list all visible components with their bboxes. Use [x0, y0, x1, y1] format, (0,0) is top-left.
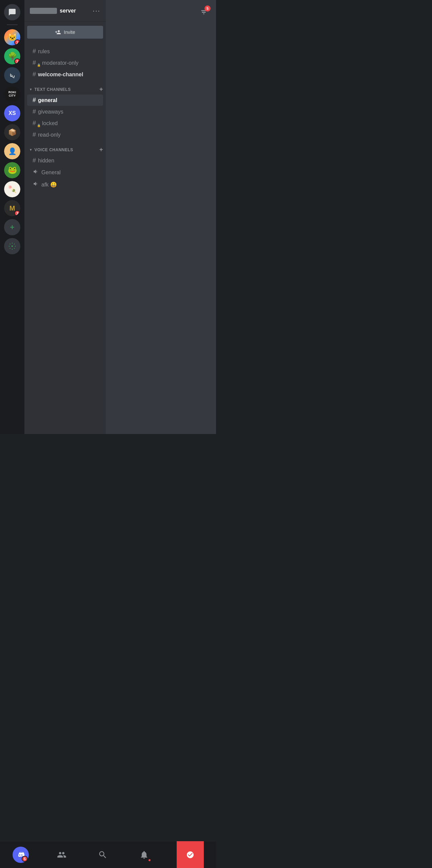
text-channels-label: TEXT CHANNELS [35, 87, 71, 92]
channel-giveaways[interactable]: # giveaways [27, 106, 103, 117]
channel-general[interactable]: # general [27, 95, 103, 106]
text-channels-section[interactable]: ▾ TEXT CHANNELS + [24, 80, 106, 94]
notification-badge[interactable]: 5 [197, 5, 211, 19]
invite-button-label: Invite [64, 29, 75, 35]
right-panel: 5 [106, 0, 216, 434]
channel-name-locked: locked [42, 120, 58, 126]
hash-icon-welcome: # [33, 71, 36, 78]
add-voice-channel-button[interactable]: + [99, 146, 103, 153]
channel-general-voice[interactable]: General [27, 166, 103, 178]
channel-name-welcome: welcome-channel [38, 72, 83, 78]
channel-name-general-voice: General [41, 170, 61, 176]
server-badge-2: 1 [14, 58, 20, 64]
notification-count: 5 [204, 5, 211, 12]
voice-icon-afk [33, 181, 39, 189]
channel-afk[interactable]: afk 😀 [27, 179, 103, 191]
channel-name-rules: rules [38, 48, 50, 55]
server-icon-roki[interactable]: ROKICITY [4, 86, 20, 102]
hash-icon-hidden: # [33, 157, 36, 164]
server-icon-swirl[interactable]: 🍡 [4, 181, 20, 197]
server-header[interactable]: server ··· [24, 0, 106, 22]
lock-icon-locked: 🔒 [37, 124, 41, 127]
channel-locked[interactable]: # 🔒 locked [27, 118, 103, 129]
section-chevron-text: ▾ [30, 87, 32, 91]
server-list: 🐱 1 🌳 1 رِيتا ROKICITY XS [0, 0, 24, 434]
channel-name-afk: afk 😀 [41, 181, 57, 188]
hash-icon-readonly: # [33, 131, 36, 138]
server-name-text: server [60, 8, 76, 14]
lock-icon-mod: 🔒 [37, 63, 41, 67]
server-icon-1[interactable]: 🐱 1 [4, 29, 20, 45]
server-icon-pepe[interactable]: 🐸 [4, 162, 20, 178]
discover-button[interactable] [4, 238, 20, 254]
server-icon-2[interactable]: 🌳 1 [4, 48, 20, 64]
channel-name-hidden: hidden [38, 158, 54, 164]
server-icon-person[interactable]: 👤 [4, 143, 20, 159]
hash-icon-mod: # [33, 59, 36, 66]
server-icon-gold[interactable]: M 3 [4, 200, 20, 216]
hash-icon: # [33, 48, 36, 55]
right-panel-header: 5 [197, 5, 211, 19]
channel-welcome[interactable]: # welcome-channel [27, 69, 103, 80]
channel-read-only[interactable]: # read-only [27, 129, 103, 140]
svg-point-0 [12, 245, 13, 247]
add-text-channel-button[interactable]: + [99, 86, 103, 93]
hash-lock-icon: # 🔒 [33, 59, 40, 66]
voice-icon-general [33, 169, 39, 176]
channel-name-moderator-only: moderator-only [42, 60, 79, 66]
server-badge-1: 1 [14, 39, 20, 45]
server-icon-box[interactable]: 📦 [4, 124, 20, 140]
hash-lock-icon-locked: # 🔒 [33, 120, 40, 127]
server-name: server [30, 8, 76, 14]
server-name-blurred [30, 8, 57, 14]
add-server-button[interactable]: + [4, 219, 20, 235]
channel-name-read-only: read-only [38, 132, 61, 138]
voice-channels-label: VOICE CHANNELS [35, 147, 73, 152]
invite-button[interactable]: Invite [27, 26, 103, 39]
channel-name-giveaways: giveaways [38, 109, 63, 115]
hash-icon-locked: # [33, 120, 36, 127]
channel-list: # rules # 🔒 moderator-only # welcome-cha… [24, 43, 106, 434]
server-icon-xs[interactable]: XS [4, 105, 20, 121]
direct-messages-icon[interactable] [4, 4, 20, 20]
hash-icon-general: # [33, 97, 36, 104]
section-chevron-voice: ▾ [30, 148, 32, 152]
channel-moderator-only[interactable]: # 🔒 moderator-only [27, 57, 103, 68]
channel-hidden[interactable]: # hidden [27, 155, 103, 166]
more-options-button[interactable]: ··· [93, 7, 100, 15]
server-badge-gold: 3 [14, 210, 20, 216]
channel-sidebar: server ··· Invite # rules # 🔒 moderator [24, 0, 106, 434]
voice-channels-section[interactable]: ▾ VOICE CHANNELS + [24, 141, 106, 155]
server-icon-rita[interactable]: رِيتا [4, 67, 20, 83]
hash-icon-giveaways: # [33, 108, 36, 115]
channel-rules[interactable]: # rules [27, 46, 103, 57]
channel-name-general: general [38, 97, 57, 103]
server-divider [7, 24, 18, 25]
